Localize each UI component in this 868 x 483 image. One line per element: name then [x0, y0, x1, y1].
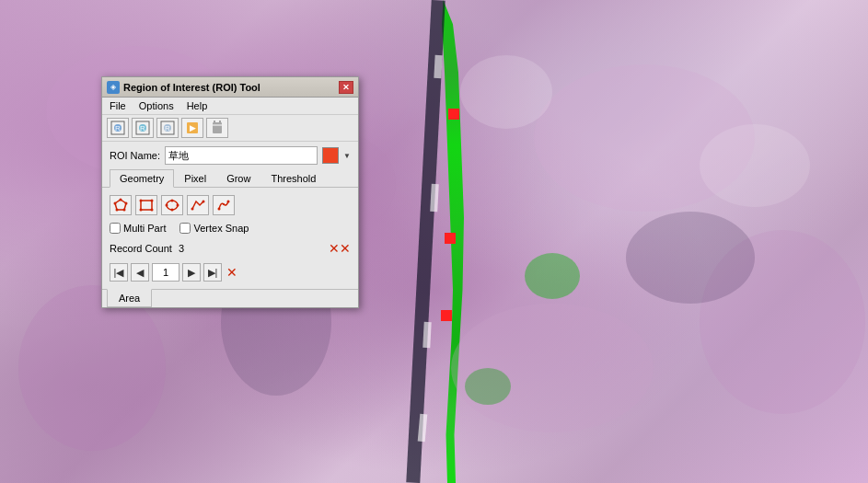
import-button[interactable]: ▶: [181, 118, 203, 138]
polygon-icon: [113, 198, 128, 213]
title-bar-left: ◈ Region of Interest (ROI) Tool: [107, 81, 260, 94]
roi-new-button[interactable]: R: [107, 118, 129, 138]
rectangle-icon: [139, 198, 154, 213]
svg-text:R: R: [165, 124, 170, 132]
svg-point-35: [151, 200, 154, 202]
menu-bar: File Options Help: [102, 98, 358, 115]
geometry-tab-content: Multi Part Vertex Snap Record Count 3 ✕✕…: [102, 188, 358, 289]
menu-file[interactable]: File: [107, 99, 129, 112]
polyline-icon: [191, 198, 205, 213]
clear-button[interactable]: [206, 118, 228, 138]
close-button[interactable]: ✕: [339, 81, 353, 94]
roi-settings-icon: R: [160, 121, 175, 135]
svg-text:▶: ▶: [190, 123, 196, 132]
svg-text:R: R: [115, 124, 121, 132]
freehand-icon: [216, 198, 231, 213]
freehand-tool-button[interactable]: [213, 195, 235, 215]
svg-point-47: [223, 203, 225, 205]
svg-point-37: [140, 209, 143, 212]
delete-record-button[interactable]: ✕: [226, 265, 237, 280]
clear-icon: [210, 121, 225, 135]
menu-help[interactable]: Help: [184, 99, 211, 112]
tab-threshold[interactable]: Threshold: [260, 169, 326, 188]
roi-settings-button[interactable]: R: [156, 118, 179, 138]
multipart-checkbox[interactable]: [110, 223, 121, 234]
red-marker-3: [441, 310, 452, 321]
import-icon: ▶: [185, 121, 200, 135]
svg-point-30: [123, 209, 126, 212]
dropdown-arrow-icon[interactable]: ▼: [343, 152, 351, 160]
record-count-text: Record Count 3: [110, 243, 184, 254]
roi-new-icon: R: [110, 121, 125, 135]
rectangle-tool-button[interactable]: [135, 195, 157, 215]
prev-record-button[interactable]: ◀: [131, 263, 149, 282]
polygon-tool-button[interactable]: [110, 195, 132, 215]
menu-options[interactable]: Options: [136, 99, 177, 112]
record-count: 3: [179, 243, 184, 254]
svg-point-45: [218, 208, 221, 211]
roi-tool-window: ◈ Region of Interest (ROI) Tool ✕ File O…: [101, 76, 359, 308]
svg-point-34: [140, 200, 143, 202]
svg-point-39: [166, 204, 168, 207]
expand-icon: ✕✕: [329, 241, 351, 256]
navigation-row: |◀ ◀ ▶ ▶| ✕: [110, 263, 351, 282]
svg-marker-27: [115, 200, 126, 210]
roi-color-button[interactable]: [322, 147, 339, 164]
roi-window-icon: ◈: [107, 81, 120, 94]
svg-point-32: [114, 202, 117, 205]
svg-point-31: [116, 209, 119, 212]
last-record-button[interactable]: ▶|: [203, 263, 222, 282]
svg-rect-33: [141, 201, 152, 210]
checkboxes-row: Multi Part Vertex Snap: [110, 223, 351, 234]
tab-geometry[interactable]: Geometry: [110, 169, 174, 188]
toolbar: R R R ▶: [102, 115, 358, 142]
svg-point-29: [125, 202, 128, 205]
polyline-tool-button[interactable]: [187, 195, 209, 215]
title-bar: ◈ Region of Interest (ROI) Tool ✕: [102, 77, 358, 98]
multipart-label: Multi Part: [123, 223, 166, 234]
prev-record-icon: ◀: [136, 267, 144, 279]
record-number-input[interactable]: [152, 263, 179, 282]
road-marking-3: [422, 322, 431, 348]
road-marking-2: [430, 184, 439, 212]
svg-point-28: [120, 199, 122, 201]
bottom-tabs: Area: [102, 289, 358, 307]
tabs-bar: Geometry Pixel Grow Threshold: [102, 169, 358, 188]
vertex-snap-checkbox-label[interactable]: Vertex Snap: [179, 223, 249, 234]
svg-rect-23: [213, 122, 222, 133]
svg-point-40: [177, 204, 179, 207]
vertex-snap-label: Vertex Snap: [193, 223, 249, 234]
svg-point-44: [203, 201, 205, 203]
roi-edit-icon: R: [135, 121, 150, 135]
geometry-tools-row: [110, 195, 351, 215]
record-label: Record Count: [110, 243, 172, 254]
svg-point-43: [191, 208, 194, 211]
svg-text:R: R: [140, 124, 145, 132]
ellipse-tool-button[interactable]: [161, 195, 183, 215]
tab-pixel[interactable]: Pixel: [174, 169, 216, 188]
roi-edit-button[interactable]: R: [132, 118, 154, 138]
ellipse-icon: [165, 198, 179, 213]
last-record-icon: ▶|: [208, 267, 218, 279]
bottom-tab-area[interactable]: Area: [107, 289, 152, 307]
first-record-icon: |◀: [114, 267, 124, 279]
tab-grow[interactable]: Grow: [216, 169, 260, 188]
svg-point-41: [171, 200, 174, 202]
window-title: Region of Interest (ROI) Tool: [123, 82, 260, 93]
svg-point-36: [151, 209, 154, 212]
road-marking-1: [434, 55, 442, 78]
multipart-checkbox-label[interactable]: Multi Part: [110, 223, 166, 234]
red-marker-1: [448, 109, 459, 120]
roi-name-row: ROI Name: ▼: [102, 142, 358, 169]
next-record-icon: ▶: [188, 267, 195, 279]
red-marker-2: [445, 233, 456, 244]
svg-point-46: [227, 201, 230, 203]
next-record-button[interactable]: ▶: [182, 263, 201, 282]
roi-name-label: ROI Name:: [110, 150, 160, 161]
roi-name-input[interactable]: [165, 146, 318, 165]
expand-button[interactable]: ✕✕: [329, 241, 351, 256]
svg-point-42: [171, 209, 174, 212]
first-record-button[interactable]: |◀: [110, 263, 128, 282]
record-count-row: Record Count 3 ✕✕: [110, 241, 351, 256]
vertex-snap-checkbox[interactable]: [179, 223, 191, 234]
